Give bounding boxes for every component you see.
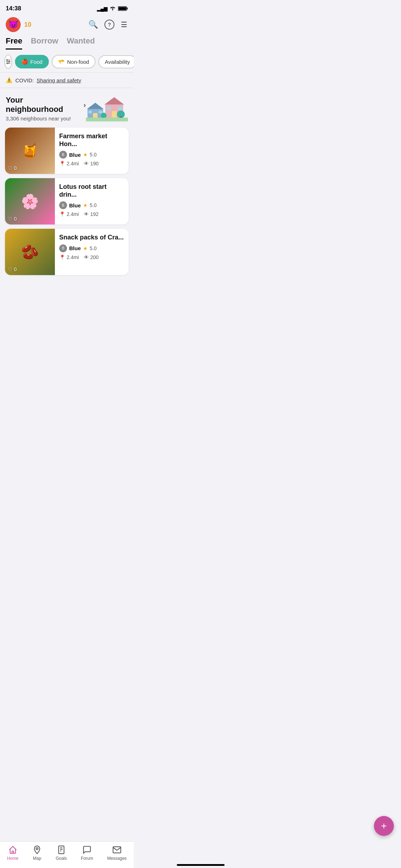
listing-card[interactable]: 🍯 ♡ 0 Farmers market Hon... B Blue ★ 5.0…	[5, 128, 129, 174]
svg-point-7	[9, 61, 10, 62]
battery-icon	[118, 6, 128, 11]
help-icon[interactable]: ?	[104, 20, 114, 30]
nonfood-icon: 🫳	[58, 58, 65, 65]
eye-icon: 👁	[84, 211, 89, 217]
header-icons: 🔍 ? ☰	[88, 20, 128, 30]
eye-icon: 👁	[84, 254, 89, 260]
neighbourhood-title[interactable]: Your neighbourhood ›	[6, 95, 86, 114]
nonfood-label: Non-food	[67, 59, 89, 65]
listing-card[interactable]: 🌸 ♡ 0 Lotus root start drin... B Blue ★ …	[5, 178, 129, 224]
filter-nonfood-button[interactable]: 🫳 Non-food	[52, 55, 96, 68]
location-icon: 📍	[59, 161, 65, 166]
heart-icon: ♡	[8, 216, 12, 222]
tab-wanted[interactable]: Wanted	[67, 36, 95, 50]
distance: 📍 2.4mi	[59, 254, 79, 260]
card-user: B Blue ★ 5.0	[59, 244, 124, 252]
status-icons: ▂▄▆	[97, 6, 128, 11]
status-bar: 14:38 ▂▄▆	[0, 0, 134, 14]
star-icon: ★	[83, 152, 88, 157]
svg-rect-23	[86, 118, 128, 122]
sliders-icon	[5, 58, 11, 65]
search-icon[interactable]: 🔍	[88, 20, 98, 29]
user-avatar: B	[59, 244, 67, 252]
rating: 5.0	[90, 152, 97, 157]
location-icon: 📍	[59, 254, 65, 260]
signal-icon: ▂▄▆	[97, 6, 107, 11]
covid-link[interactable]: Sharing and safety	[37, 77, 81, 83]
neighbourhood-subtitle: 3,306 neighbours near you!	[6, 115, 86, 122]
user-name: Blue	[69, 152, 81, 158]
card-meta: 📍 2.4mi 👁 190	[59, 161, 124, 166]
covid-banner: ⚠️ COVID: Sharing and safety	[0, 72, 134, 88]
user-avatar: B	[59, 201, 67, 209]
star-icon: ★	[83, 246, 88, 251]
card-meta: 📍 2.4mi 👁 192	[59, 211, 124, 217]
svg-marker-10	[104, 97, 124, 105]
filter-food-button[interactable]: 🍎 Food	[15, 55, 49, 68]
like-button[interactable]: ♡ 0	[8, 216, 17, 222]
card-info: Snack packs of Cra... B Blue ★ 5.0 📍 2.4…	[55, 229, 129, 275]
chevron-icon: ›	[83, 101, 86, 109]
svg-rect-11	[112, 111, 117, 118]
tab-free[interactable]: Free	[6, 36, 22, 50]
like-button[interactable]: ♡ 0	[8, 165, 17, 171]
listings: 🍯 ♡ 0 Farmers market Hon... B Blue ★ 5.0…	[0, 128, 134, 311]
card-user: B Blue ★ 5.0	[59, 201, 124, 209]
like-button[interactable]: ♡ 0	[8, 267, 17, 272]
avatar-container: 😈	[6, 17, 21, 32]
neighbourhood-illustration	[86, 95, 128, 122]
card-image: 🌸 ♡ 0	[5, 178, 55, 224]
neighbourhood-section: Your neighbourhood › 3,306 neighbours ne…	[0, 88, 134, 128]
warning-icon: ⚠️	[6, 77, 12, 83]
food-icon: 🍎	[21, 58, 28, 65]
distance: 📍 2.4mi	[59, 211, 79, 217]
rating: 5.0	[90, 246, 97, 251]
rating: 5.0	[90, 202, 97, 208]
like-count: 0	[14, 267, 17, 272]
header: 😈 10 🔍 ? ☰	[0, 14, 134, 36]
covid-prefix: COVID:	[15, 77, 34, 83]
svg-point-6	[7, 60, 8, 61]
filter-row: 🍎 Food 🫳 Non-food Availability	[0, 51, 134, 72]
status-time: 14:38	[6, 5, 21, 12]
tab-borrow[interactable]: Borrow	[31, 36, 58, 50]
card-image: 🫘 ♡ 0	[5, 229, 55, 275]
star-icon: ★	[83, 202, 88, 208]
card-info: Farmers market Hon... B Blue ★ 5.0 📍 2.4…	[55, 128, 129, 174]
user-avatar: B	[59, 151, 67, 159]
card-meta: 📍 2.4mi 👁 200	[59, 254, 124, 260]
views: 👁 192	[84, 211, 98, 217]
eye-icon: 👁	[84, 161, 89, 166]
card-title: Lotus root start drin...	[59, 183, 124, 198]
svg-rect-12	[107, 107, 111, 110]
availability-label: Availability	[105, 59, 130, 65]
like-count: 0	[14, 165, 17, 171]
svg-rect-1	[127, 7, 128, 10]
user-name: Blue	[69, 202, 81, 208]
notification-badge[interactable]: 10	[24, 21, 31, 29]
filter-settings-button[interactable]	[4, 55, 12, 69]
menu-icon[interactable]: ☰	[121, 20, 128, 29]
svg-marker-15	[87, 103, 104, 109]
views: 👁 200	[84, 254, 98, 260]
svg-rect-16	[93, 113, 98, 118]
card-image: 🍯 ♡ 0	[5, 128, 55, 174]
location-icon: 📍	[59, 211, 65, 217]
svg-rect-17	[88, 111, 92, 113]
heart-icon: ♡	[8, 165, 12, 171]
card-title: Farmers market Hon...	[59, 133, 124, 148]
avatar[interactable]: 😈	[6, 17, 21, 32]
views: 👁 190	[84, 161, 98, 166]
heart-icon: ♡	[8, 267, 12, 272]
food-label: Food	[30, 59, 42, 65]
listing-card[interactable]: 🫘 ♡ 0 Snack packs of Cra... B Blue ★ 5.0…	[5, 229, 129, 275]
filter-availability-button[interactable]: Availability	[98, 55, 134, 68]
tabs: Free Borrow Wanted	[0, 36, 134, 50]
user-name: Blue	[69, 245, 81, 251]
svg-rect-18	[99, 111, 102, 113]
like-count: 0	[14, 216, 17, 222]
card-info: Lotus root start drin... B Blue ★ 5.0 📍 …	[55, 178, 129, 224]
svg-point-8	[7, 63, 8, 64]
svg-rect-13	[118, 107, 122, 110]
neighbourhood-text: Your neighbourhood › 3,306 neighbours ne…	[6, 95, 86, 122]
